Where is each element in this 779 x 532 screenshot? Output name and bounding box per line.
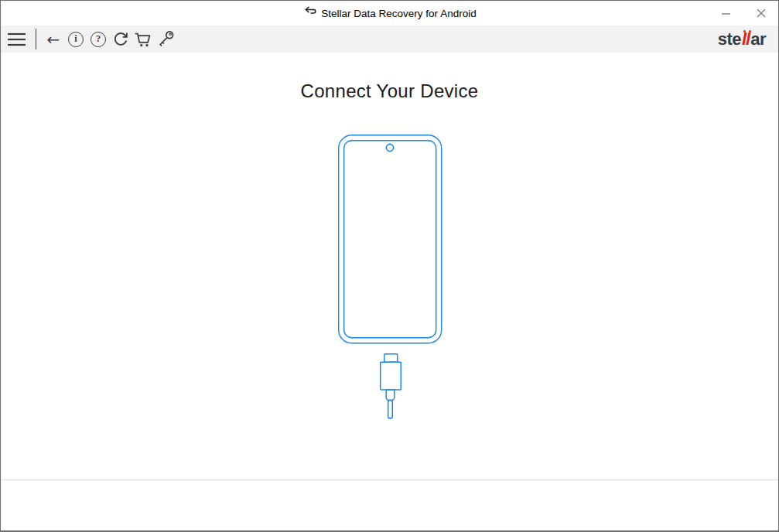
close-icon bbox=[756, 8, 767, 19]
buy-button[interactable] bbox=[134, 29, 152, 50]
refresh-icon bbox=[112, 31, 129, 48]
close-button[interactable] bbox=[743, 1, 778, 26]
window-title: Stellar Data Recovery for Android bbox=[321, 8, 476, 19]
hamburger-menu-icon bbox=[7, 31, 26, 48]
stellar-logo: ste ll ar bbox=[718, 29, 770, 49]
info-button[interactable]: i bbox=[67, 29, 85, 50]
back-arrow-icon: ← bbox=[47, 32, 60, 47]
logo-text-ll: ll bbox=[741, 29, 750, 49]
logo-text-ste: ste bbox=[718, 29, 741, 49]
logo-text-ar: ar bbox=[750, 29, 766, 49]
toolbar-divider bbox=[36, 29, 36, 49]
shopping-cart-icon bbox=[134, 31, 152, 48]
info-icon: i bbox=[68, 32, 84, 47]
refresh-button[interactable] bbox=[111, 29, 130, 50]
minimize-button[interactable] bbox=[709, 1, 743, 26]
title-bar: Stellar Data Recovery for Android bbox=[1, 1, 778, 26]
help-button[interactable]: ? bbox=[89, 29, 108, 50]
back-button[interactable]: ← bbox=[44, 29, 63, 50]
toolbar: ← i ? bbox=[1, 26, 778, 53]
minimize-icon bbox=[721, 9, 731, 19]
activation-button[interactable] bbox=[156, 29, 175, 50]
app-icon bbox=[302, 6, 316, 21]
main-content: Connect Your Device bbox=[1, 53, 778, 479]
app-window: Stellar Data Recovery for Android bbox=[0, 0, 779, 532]
page-title: Connect Your Device bbox=[301, 80, 479, 102]
footer-bar bbox=[1, 479, 778, 530]
menu-button[interactable] bbox=[7, 29, 26, 50]
phone-with-cable-icon bbox=[324, 133, 456, 424]
key-icon bbox=[156, 30, 175, 48]
phone-usb-illustration bbox=[324, 133, 456, 424]
help-icon: ? bbox=[91, 32, 106, 47]
title-group: Stellar Data Recovery for Android bbox=[1, 1, 778, 26]
toolbar-buttons: ← i ? bbox=[7, 29, 175, 50]
window-controls bbox=[709, 1, 778, 26]
